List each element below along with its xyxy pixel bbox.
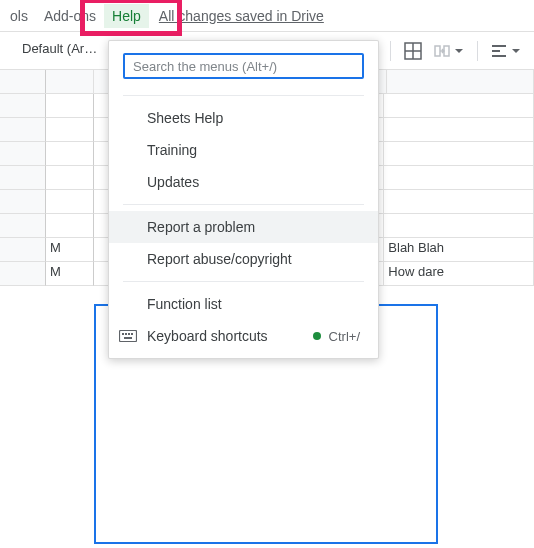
borders-icon[interactable]	[401, 39, 425, 63]
help-menu-dropdown: Sheets Help Training Updates Report a pr…	[108, 40, 379, 359]
font-selector[interactable]: Default (Ari…	[18, 39, 104, 63]
cell[interactable]: Blah Blah	[384, 238, 534, 262]
svg-rect-9	[122, 333, 124, 335]
cell[interactable]: How dare	[384, 262, 534, 286]
menu-addons[interactable]: Add-ons	[36, 4, 104, 28]
menu-tools[interactable]: ols	[2, 4, 36, 28]
col-header-c[interactable]	[387, 70, 534, 93]
status-dot-icon	[313, 332, 321, 340]
menu-help[interactable]: Help	[104, 4, 149, 28]
svg-rect-8	[120, 331, 137, 342]
merge-cells-icon[interactable]	[431, 39, 467, 63]
svg-rect-13	[124, 337, 132, 339]
menu-bar: ols Add-ons Help All changes saved in Dr…	[0, 0, 534, 32]
svg-rect-12	[131, 333, 133, 335]
horizontal-align-icon[interactable]	[488, 39, 524, 63]
svg-rect-10	[125, 333, 127, 335]
save-status[interactable]: All changes saved in Drive	[159, 8, 324, 24]
menu-keyboard-shortcuts[interactable]: Keyboard shortcuts Ctrl+/	[109, 320, 378, 352]
keyboard-icon	[119, 329, 137, 343]
menu-sheets-help[interactable]: Sheets Help	[109, 102, 378, 134]
menu-report-abuse[interactable]: Report abuse/copyright	[109, 243, 378, 275]
select-all-corner[interactable]	[0, 70, 46, 93]
toolbar-right	[386, 39, 534, 63]
svg-rect-11	[128, 333, 130, 335]
svg-rect-3	[435, 46, 440, 56]
menu-updates[interactable]: Updates	[109, 166, 378, 198]
menu-report-problem[interactable]: Report a problem	[109, 211, 378, 243]
cell[interactable]: M	[46, 238, 94, 262]
menu-training[interactable]: Training	[109, 134, 378, 166]
shortcut-hint: Ctrl+/	[329, 329, 360, 344]
menu-search-input[interactable]	[123, 53, 364, 79]
menu-function-list[interactable]: Function list	[109, 288, 378, 320]
col-header-a[interactable]	[46, 70, 94, 93]
cell[interactable]: M	[46, 262, 94, 286]
